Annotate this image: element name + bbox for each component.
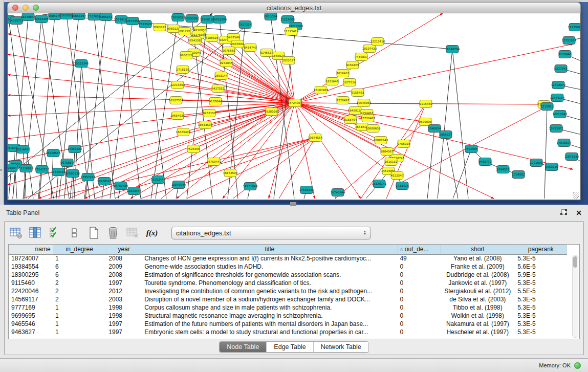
graph-node[interactable]: 19384554 — [308, 134, 323, 142]
graph-node[interactable]: 7663822 — [154, 24, 166, 31]
table-cell[interactable]: 5.9E-5 — [515, 271, 567, 279]
table-cell[interactable]: 1998 — [106, 303, 142, 312]
graph-node[interactable]: 3215953 — [541, 103, 554, 111]
table-cell[interactable]: 0 — [397, 312, 440, 320]
graph-node[interactable]: 2803144 — [215, 72, 228, 80]
graph-node[interactable]: 1527602 — [88, 13, 101, 20]
scrollbar-thumb[interactable] — [573, 256, 577, 268]
graph-node[interactable]: 16759441 — [207, 158, 222, 166]
graph-node[interactable]: 11325419 — [284, 28, 299, 35]
table-cell[interactable]: 0 — [397, 279, 440, 287]
table-row[interactable]: 1456911722003Disruption of a novel membe… — [9, 295, 567, 303]
network-canvas[interactable]: 2051614055712183490432069140696052751261… — [7, 13, 581, 200]
graph-node[interactable]: 8427552 — [212, 85, 225, 93]
column-header-year[interactable]: year — [106, 245, 142, 254]
graph-node[interactable]: 7220497 — [337, 97, 350, 104]
table-cell[interactable]: Estimation of significance thresholds fo… — [142, 271, 397, 279]
vertical-scrollbar[interactable] — [572, 255, 578, 338]
graph-node[interactable]: 17583244 — [299, 186, 314, 194]
graph-node[interactable]: 9756928 — [398, 140, 410, 148]
graph-node[interactable]: 12923448 — [127, 187, 142, 195]
import-table-icon[interactable] — [125, 226, 140, 240]
graph-node[interactable]: 16053809 — [212, 16, 227, 24]
table-cell[interactable]: 0 — [397, 287, 440, 295]
new-table-icon[interactable] — [86, 226, 101, 240]
table-cell[interactable]: 9777169 — [9, 303, 53, 312]
graph-node[interactable]: 10548083 — [357, 99, 372, 107]
graph-node[interactable]: 15692971 — [549, 125, 564, 133]
panel-splitter-handle[interactable] — [290, 202, 296, 206]
graph-node[interactable]: 7691906 — [465, 145, 478, 153]
graph-node[interactable]: 18724007 — [288, 99, 302, 107]
graph-node[interactable]: 9675685 — [223, 47, 235, 55]
row-height-icon[interactable] — [67, 226, 81, 240]
float-panel-icon[interactable] — [560, 209, 569, 217]
graph-node[interactable]: 1821646 — [326, 78, 339, 85]
function-builder-icon[interactable]: f(x) — [145, 226, 159, 240]
table-cell[interactable]: Changes of HCN gene expression and I(f) … — [142, 254, 397, 262]
table-cell[interactable]: 22420046 — [9, 287, 53, 295]
graph-node[interactable]: 1877516 — [343, 79, 356, 86]
table-cell[interactable]: Tourette syndrome. Phenomenology and cla… — [142, 279, 397, 287]
tab-edge-table[interactable]: Edge Table — [267, 342, 313, 352]
tab-node-table[interactable]: Node Table — [220, 342, 267, 352]
table-cell[interactable]: 0 — [397, 295, 440, 303]
table-cell[interactable]: 2 — [53, 287, 106, 295]
table-cell[interactable]: 49 — [397, 254, 440, 262]
graph-node[interactable]: 18349044 — [171, 181, 186, 189]
table-cell[interactable]: Dudbridge et al. (2008) — [440, 271, 515, 279]
column-header-title[interactable]: title — [142, 245, 397, 254]
graph-node[interactable]: 15751074 — [562, 37, 577, 45]
column-header-pagerank[interactable]: pagerank — [515, 245, 567, 254]
graph-node[interactable]: 7515526 — [139, 20, 152, 28]
graph-node[interactable]: 14671355 — [125, 17, 140, 25]
table-cell[interactable]: 18724007 — [9, 254, 53, 262]
table-cell[interactable]: 1 — [53, 254, 106, 262]
graph-node[interactable]: 16543392 — [188, 37, 202, 45]
table-cell[interactable]: 5.6E-5 — [515, 262, 567, 271]
graph-node[interactable]: 18349043 — [21, 13, 36, 21]
graph-node[interactable]: 9115460 — [420, 100, 432, 108]
graph-node[interactable]: 4522547 — [391, 172, 404, 180]
table-cell[interactable]: 1997 — [106, 279, 142, 287]
graph-node[interactable]: 16648794 — [445, 46, 460, 53]
graph-node[interactable]: 9450216 — [546, 163, 558, 171]
table-cell[interactable]: 5.3E-5 — [515, 320, 567, 328]
table-cell[interactable]: Franke et al. (2009) — [440, 262, 515, 271]
table-cell[interactable]: 18300295 — [9, 271, 53, 279]
table-cell[interactable]: 5.3E-5 — [515, 295, 567, 303]
table-cell[interactable]: de Silva et al. (2003) — [440, 295, 515, 303]
table-cell[interactable]: Corpus callosum shape and size in male p… — [142, 303, 397, 312]
table-cell[interactable]: 5.3E-5 — [515, 303, 567, 312]
table-cell[interactable]: 5.3E-5 — [515, 312, 567, 320]
graph-node[interactable]: 11175074 — [568, 24, 580, 31]
graph-node[interactable]: 9450772 — [479, 158, 492, 166]
graph-node[interactable]: 11675333 — [564, 153, 579, 161]
table-cell[interactable]: 6 — [53, 262, 106, 271]
graph-node[interactable]: 7625406 — [187, 145, 200, 153]
table-row[interactable]: 1938455462009Genome-wide association stu… — [9, 262, 567, 271]
select-column-icon[interactable] — [28, 226, 42, 240]
graph-node[interactable]: 9155493 — [352, 89, 364, 97]
column-header-name[interactable]: name — [9, 245, 53, 254]
table-cell[interactable]: 2003 — [106, 295, 142, 303]
delete-table-icon[interactable] — [106, 226, 120, 240]
graph-node[interactable]: 2718126 — [177, 66, 189, 74]
graph-node[interactable]: 9146821 — [260, 49, 273, 57]
graph-node[interactable]: 20691406 — [34, 15, 49, 23]
graph-node[interactable]: 15056512 — [171, 14, 185, 21]
graph-node[interactable]: 18197433 — [362, 45, 377, 53]
table-row[interactable]: 911546021997Tourette syndrome. Phenomeno… — [9, 279, 567, 287]
table-cell[interactable]: 2 — [53, 279, 106, 287]
table-row[interactable]: 946554611997Estimation of the future num… — [9, 320, 567, 328]
table-cell[interactable]: 5.3E-5 — [515, 328, 567, 336]
graph-node[interactable]: 17016504 — [557, 139, 572, 147]
table-cell[interactable]: Genome-wide association studies in ADHD. — [142, 262, 397, 271]
table-cell[interactable]: 5.3E-5 — [515, 254, 567, 262]
table-cell[interactable]: 1 — [53, 312, 106, 320]
graph-node[interactable]: 18533594 — [198, 121, 213, 129]
table-cell[interactable]: 14569117 — [9, 295, 53, 303]
table-cell[interactable]: 1997 — [106, 320, 142, 328]
table-cell[interactable]: 9699695 — [9, 312, 53, 320]
table-cell[interactable]: Disruption of a novel member of a sodium… — [142, 295, 397, 303]
